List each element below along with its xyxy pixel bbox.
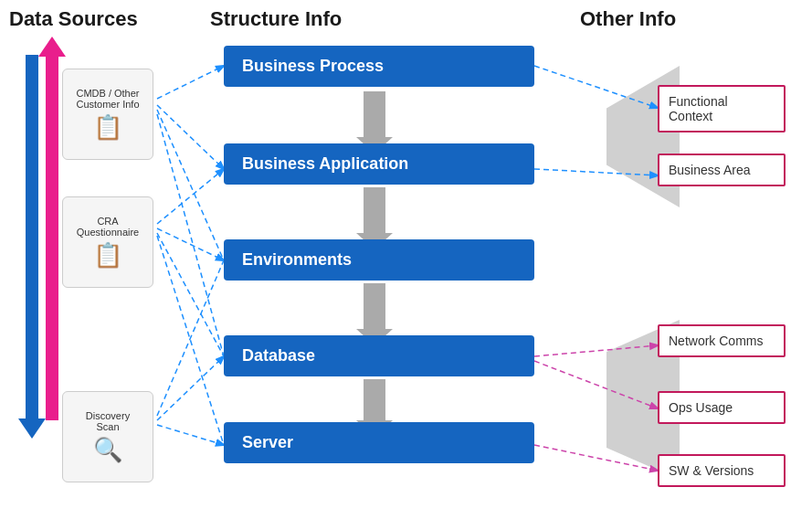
struct-business-application: Business Application xyxy=(224,143,534,185)
svg-line-2 xyxy=(157,110,224,260)
svg-line-3 xyxy=(157,114,224,356)
source-discovery-icon: 🔍 xyxy=(93,436,122,464)
svg-line-7 xyxy=(157,236,224,445)
svg-line-9 xyxy=(157,356,224,420)
other-business-area: Business Area xyxy=(658,154,786,186)
source-cmdb-icon: 📋 xyxy=(93,113,122,142)
svg-line-8 xyxy=(157,260,224,416)
other-sw-versions: SW & Versions xyxy=(658,454,786,487)
struct-server: Server xyxy=(224,422,534,463)
col-header-datasources: Data Sources xyxy=(9,7,138,31)
blue-down-arrow xyxy=(26,55,38,420)
pink-up-arrow xyxy=(46,55,58,420)
svg-line-0 xyxy=(157,66,224,99)
other-ops-usage: Ops Usage xyxy=(658,391,786,424)
source-discovery-label: DiscoveryScan xyxy=(86,410,130,432)
struct-environments: Environments xyxy=(224,239,534,281)
source-cra-label: CRAQuestionnaire xyxy=(77,216,140,238)
col-header-other: Other Info xyxy=(580,7,676,31)
svg-line-5 xyxy=(157,228,224,260)
svg-line-10 xyxy=(157,425,224,445)
col-header-structure: Structure Info xyxy=(210,7,342,31)
svg-line-6 xyxy=(157,233,224,356)
source-cmdb: CMDB / OtherCustomer Info 📋 xyxy=(62,69,153,160)
other-functional-context: Functional Context xyxy=(658,85,786,132)
source-cra: CRAQuestionnaire 📋 xyxy=(62,196,153,288)
source-cmdb-label: CMDB / OtherCustomer Info xyxy=(76,88,139,110)
svg-line-1 xyxy=(157,105,224,169)
other-network-comms: Network Comms xyxy=(658,324,786,357)
svg-line-4 xyxy=(157,169,224,224)
source-discovery: DiscoveryScan 🔍 xyxy=(62,391,153,482)
source-cra-icon: 📋 xyxy=(93,241,122,270)
struct-business-process: Business Process xyxy=(224,46,534,87)
struct-database: Database xyxy=(224,335,534,376)
